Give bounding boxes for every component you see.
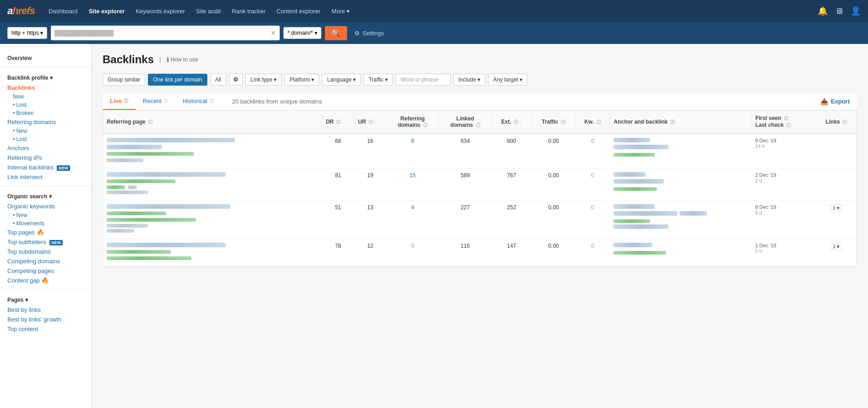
traffic-cell: 0.00: [532, 201, 575, 239]
linked-domains-cell: 634: [439, 134, 492, 169]
sidebar-item-internal-backlinks[interactable]: Internal backlinks NEW: [0, 163, 91, 172]
filter-bar: Group similar One link per domain All ⚙ …: [103, 73, 857, 86]
protocol-selector[interactable]: http + https ▾: [7, 27, 47, 39]
links-cell[interactable]: 1 ▾: [816, 201, 857, 239]
ref-domains-cell[interactable]: 4: [386, 201, 439, 239]
ext-cell: 800: [492, 134, 532, 169]
title-divider: |: [159, 56, 161, 63]
sidebar-item-lost[interactable]: • Lost: [0, 101, 91, 109]
sidebar-item-best-by-links-growth[interactable]: Best by links' growth: [0, 315, 91, 324]
tabs-row: Live ⓘ Recent ⓘ Historical ⓘ 20 backlink…: [103, 93, 857, 110]
th-referring-page: Referring page ⓘ: [103, 110, 322, 134]
referring-page-cell: [103, 239, 322, 267]
search-input[interactable]: [54, 30, 271, 37]
nav-keywords-explorer[interactable]: Keywords explorer: [131, 6, 190, 16]
nav-rank-tracker[interactable]: Rank tracker: [227, 6, 270, 16]
sidebar-item-movements[interactable]: • Movements: [0, 219, 91, 228]
kw-cell[interactable]: 0: [575, 201, 610, 239]
tab-historical[interactable]: Historical ⓘ: [175, 93, 221, 110]
ref-domains-cell: 0: [386, 239, 439, 267]
ref-domains-cell[interactable]: 8: [386, 134, 439, 169]
sidebar-item-backlinks[interactable]: Backlinks: [0, 83, 91, 92]
dr-cell: 68: [322, 134, 354, 169]
logo[interactable]: ahrefs: [7, 5, 35, 17]
sidebar-item-rd-new[interactable]: • New: [0, 127, 91, 135]
sidebar-item-referring-domains[interactable]: Referring domains: [0, 117, 91, 127]
th-links: Links ⓘ: [816, 110, 857, 134]
settings-button[interactable]: ⚙ Settings: [354, 30, 384, 37]
traffic-cell: 0.00: [532, 169, 575, 201]
sidebar-item-top-subfolders[interactable]: Top subfolders NEW: [0, 237, 91, 247]
links-dropdown[interactable]: 1 ▾: [830, 243, 842, 250]
sidebar-item-anchors[interactable]: Anchors: [0, 143, 91, 153]
search-bar: http + https ▾ ✕ *.domain/* ▾ 🔍 ⚙ Settin…: [0, 22, 868, 44]
sidebar-item-best-by-links[interactable]: Best by links: [0, 305, 91, 315]
any-target-btn[interactable]: Any target ▾: [488, 74, 527, 86]
sidebar-backlink-profile-title: Backlink profile ▾: [0, 71, 91, 83]
platform-btn[interactable]: Platform ▾: [284, 74, 319, 86]
sidebar-item-broken[interactable]: • Broken: [0, 109, 91, 117]
how-to-use-link[interactable]: ℹ How to use: [167, 56, 198, 63]
traffic-cell: 0.00: [532, 134, 575, 169]
sidebar-item-new[interactable]: New: [0, 92, 91, 101]
table-row: 78 12 0 116 147 0.00 0 1 Dec '19: [103, 239, 857, 267]
sidebar-item-organic-keywords[interactable]: Organic keywords: [0, 201, 91, 211]
nav-dashboard[interactable]: Dashboard: [44, 6, 82, 16]
new-badge2: NEW: [49, 240, 63, 245]
sidebar-item-referring-ips[interactable]: Referring IPs: [0, 153, 91, 163]
bell-icon[interactable]: 🔔: [818, 6, 828, 16]
clear-icon[interactable]: ✕: [271, 29, 276, 37]
th-ref-domains: Referringdomains ⓘ: [386, 110, 439, 134]
sidebar-item-competing-domains[interactable]: Competing domains: [0, 256, 91, 266]
traffic-btn[interactable]: Traffic ▾: [363, 74, 393, 86]
ur-cell: 16: [354, 134, 386, 169]
include-btn[interactable]: Include ▾: [453, 74, 485, 86]
filter-settings-icon[interactable]: ⚙: [229, 73, 243, 86]
search-button[interactable]: 🔍: [325, 26, 347, 40]
sidebar-item-top-content[interactable]: Top content: [0, 324, 91, 334]
kw-cell[interactable]: 0: [575, 169, 610, 201]
nav-more[interactable]: More ▾: [327, 6, 354, 16]
referring-page-cell: [103, 169, 322, 201]
links-cell: [816, 134, 857, 169]
page-title-row: Backlinks | ℹ How to use: [103, 53, 857, 66]
export-button[interactable]: 📥 Export: [813, 94, 857, 109]
first-seen-cell: 9 Dec '19 14 h: [751, 134, 816, 169]
dr-cell: 81: [322, 169, 354, 201]
dr-cell: 78: [322, 239, 354, 267]
language-btn[interactable]: Language ▾: [322, 74, 361, 86]
ref-domains-cell[interactable]: 15: [386, 169, 439, 201]
group-similar-btn[interactable]: Group similar: [103, 74, 145, 86]
nav-site-explorer[interactable]: Site explorer: [84, 6, 130, 16]
search-mode-selector[interactable]: *.domain/* ▾: [283, 27, 321, 39]
nav-right: 🔔 🖥 👤: [818, 6, 861, 16]
recent-info: ⓘ: [163, 98, 168, 104]
all-btn[interactable]: All: [210, 74, 226, 86]
tab-live[interactable]: Live ⓘ: [103, 93, 136, 110]
sidebar-item-competing-pages[interactable]: Competing pages: [0, 266, 91, 276]
monitor-icon[interactable]: 🖥: [835, 6, 843, 16]
links-dropdown[interactable]: 1 ▾: [830, 204, 842, 212]
user-icon[interactable]: 👤: [851, 6, 861, 16]
sidebar-organic-search-title: Organic search ▾: [0, 190, 91, 201]
sidebar-item-top-subdomains[interactable]: Top subdomains: [0, 247, 91, 256]
links-cell: [816, 169, 857, 201]
sidebar-item-link-intersect[interactable]: Link intersect: [0, 172, 91, 182]
kw-cell[interactable]: 0: [575, 134, 610, 169]
word-phrase-input[interactable]: Word or phrase: [396, 74, 450, 86]
tab-recent[interactable]: Recent ⓘ: [136, 93, 175, 110]
link-type-btn[interactable]: Link type ▾: [245, 74, 282, 86]
table-row: 51 13 4 227 252 0.00 0: [103, 201, 857, 239]
th-ext[interactable]: Ext. ⓘ: [492, 110, 532, 134]
ur-cell: 13: [354, 201, 386, 239]
links-cell[interactable]: 1 ▾: [816, 239, 857, 267]
sidebar-item-ok-new[interactable]: • New: [0, 211, 91, 219]
kw-cell[interactable]: 0: [575, 239, 610, 267]
sidebar-item-rd-lost[interactable]: • Lost: [0, 135, 91, 143]
nav-content-explorer[interactable]: Content explorer: [272, 6, 325, 16]
one-link-per-domain-btn[interactable]: One link per domain: [148, 74, 207, 86]
export-icon: 📥: [820, 98, 828, 105]
sidebar-item-content-gap[interactable]: Content gap 🔥: [0, 276, 91, 285]
sidebar-item-top-pages[interactable]: Top pages 🔥: [0, 228, 91, 237]
nav-site-audit[interactable]: Site audit: [191, 6, 225, 16]
